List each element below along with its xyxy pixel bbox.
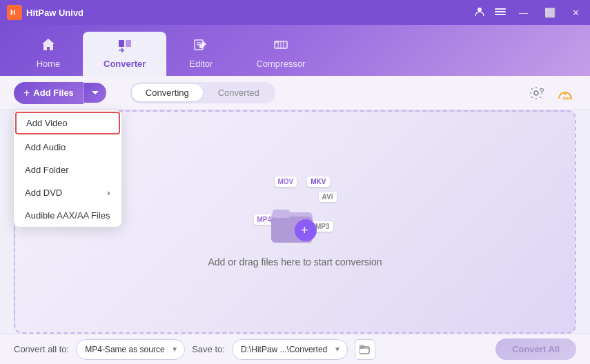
settings-icon-button[interactable]: ON bbox=[525, 82, 547, 104]
title-bar: H HitPaw Univd — ⬜ ✕ bbox=[0, 0, 590, 25]
add-files-button[interactable]: + Add Files bbox=[14, 82, 83, 104]
home-icon bbox=[41, 37, 56, 56]
maximize-button[interactable]: ⬜ bbox=[541, 6, 559, 19]
dropdown-item-audible[interactable]: Audible AAX/AA Files bbox=[14, 204, 121, 227]
toolbar: + Add Files Converting Converted ON 4on bbox=[0, 76, 590, 110]
nav-bar: Home Converter Editor bbox=[0, 25, 590, 76]
svg-text:+: + bbox=[301, 223, 308, 237]
dropdown-item-add-audio[interactable]: Add Audio bbox=[14, 136, 121, 159]
save-path-wrapper: D:\HitPaw ...\Converted ▼ bbox=[232, 339, 348, 360]
editor-icon bbox=[193, 37, 208, 56]
save-to-label: Save to: bbox=[192, 344, 225, 354]
tab-compressor[interactable]: Compressor bbox=[235, 32, 326, 76]
close-button[interactable]: ✕ bbox=[569, 6, 583, 19]
tab-converter-label: Converter bbox=[104, 59, 146, 69]
converted-tab[interactable]: Converted bbox=[204, 84, 273, 101]
svg-point-16 bbox=[534, 91, 538, 95]
tab-editor[interactable]: Editor bbox=[166, 32, 235, 76]
app-name: HitPaw Univd bbox=[26, 8, 83, 18]
add-files-label: Add Files bbox=[33, 88, 74, 98]
plus-icon: + bbox=[23, 87, 30, 99]
dropdown-item-add-video[interactable]: Add Video bbox=[15, 112, 120, 134]
browse-folder-button[interactable] bbox=[355, 339, 375, 360]
user-icon[interactable] bbox=[474, 6, 485, 19]
add-dvd-label: Add DVD bbox=[25, 188, 62, 198]
add-folder-label: Add Folder bbox=[25, 165, 69, 175]
dropdown-item-add-dvd[interactable]: Add DVD › bbox=[14, 181, 121, 204]
add-files-group: + Add Files bbox=[14, 82, 106, 104]
svg-text:ON: ON bbox=[540, 88, 544, 92]
app-logo-icon: H bbox=[7, 5, 22, 20]
convert-all-to-label: Convert all to: bbox=[14, 344, 69, 354]
svg-rect-7 bbox=[126, 40, 131, 47]
converting-tab[interactable]: Converting bbox=[132, 84, 203, 101]
svg-rect-3 bbox=[495, 8, 506, 10]
minimize-button[interactable]: — bbox=[515, 6, 531, 19]
add-dvd-arrow: › bbox=[107, 188, 110, 198]
svg-rect-5 bbox=[495, 14, 506, 15]
svg-point-2 bbox=[478, 8, 482, 12]
add-audio-label: Add Audio bbox=[25, 142, 66, 152]
tab-home-label: Home bbox=[37, 59, 61, 69]
converter-icon bbox=[117, 37, 132, 56]
audible-label: Audible AAX/AA Files bbox=[25, 210, 110, 221]
title-bar-left: H HitPaw Univd bbox=[7, 5, 83, 20]
format-select[interactable]: MP4-Same as source bbox=[76, 339, 185, 360]
tab-converter[interactable]: Converter bbox=[83, 32, 166, 76]
tab-compressor-label: Compressor bbox=[256, 59, 305, 69]
compressor-icon bbox=[273, 37, 288, 56]
format-badge-mov: MOV bbox=[275, 176, 297, 187]
svg-text:4on: 4on bbox=[562, 96, 571, 101]
add-files-dropdown-menu: Add Video Add Audio Add Folder Add DVD ›… bbox=[14, 110, 121, 227]
svg-text:H: H bbox=[10, 9, 15, 17]
tab-editor-label: Editor bbox=[189, 59, 213, 69]
format-badge-avi: AVI bbox=[319, 192, 337, 202]
svg-rect-21 bbox=[273, 210, 290, 218]
title-bar-controls: — ⬜ ✕ bbox=[474, 6, 583, 19]
bottom-bar: Convert all to: MP4-Same as source ▼ Sav… bbox=[0, 334, 590, 364]
format-select-wrapper: MP4-Same as source ▼ bbox=[76, 339, 185, 360]
dropdown-item-add-folder[interactable]: Add Folder bbox=[14, 159, 121, 181]
convert-tab-group: Converting Converted bbox=[130, 82, 275, 103]
drop-area-text: Add or drag files here to start conversi… bbox=[208, 256, 382, 267]
save-path-select[interactable]: D:\HitPaw ...\Converted bbox=[232, 339, 348, 360]
drop-area-illustration: MOV MKV AVI MP4 MP3 + bbox=[254, 176, 337, 245]
app-logo: H HitPaw Univd bbox=[7, 5, 83, 20]
format-badge-mkv: MKV bbox=[307, 176, 329, 187]
add-video-label: Add Video bbox=[26, 118, 68, 128]
hamburger-icon[interactable] bbox=[495, 6, 506, 19]
svg-rect-6 bbox=[119, 40, 124, 47]
speed-icon-button[interactable]: 4on bbox=[554, 82, 576, 104]
toolbar-right: ON 4on bbox=[525, 82, 576, 104]
convert-all-button[interactable]: Convert All bbox=[495, 338, 576, 360]
tab-home[interactable]: Home bbox=[14, 32, 83, 76]
svg-rect-4 bbox=[495, 11, 506, 12]
add-files-dropdown-button[interactable] bbox=[83, 83, 106, 103]
